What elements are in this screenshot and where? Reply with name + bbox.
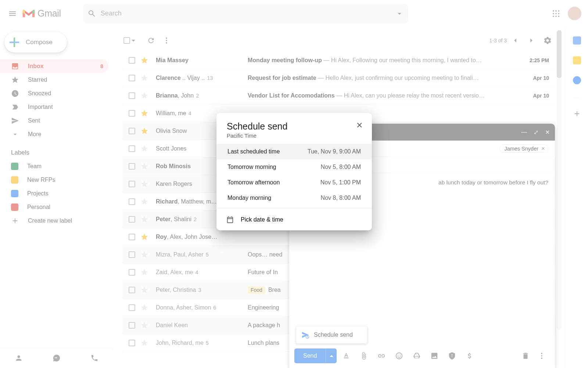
schedule-option[interactable]: Tomorrow morningNov 5, 8:00 AM	[216, 159, 372, 175]
nav-snoozed[interactable]: Snoozed	[0, 86, 108, 100]
more-button[interactable]	[159, 32, 174, 49]
star-icon[interactable]	[140, 233, 148, 241]
email-checkbox[interactable]	[129, 322, 135, 329]
email-checkbox[interactable]	[129, 287, 135, 293]
svg-point-14	[400, 355, 401, 355]
label-new-rfps[interactable]: New RFPs	[0, 173, 108, 187]
refresh-button[interactable]	[143, 32, 159, 49]
star-icon[interactable]	[140, 74, 148, 82]
star-icon[interactable]	[140, 92, 148, 100]
email-checkbox[interactable]	[129, 181, 135, 187]
tasks-icon[interactable]	[573, 76, 581, 84]
emoji-icon[interactable]	[391, 348, 407, 364]
next-page-button[interactable]	[524, 32, 539, 49]
email-checkbox[interactable]	[129, 269, 135, 276]
star-icon[interactable]	[140, 162, 148, 170]
star-icon[interactable]	[140, 109, 148, 117]
compose-more-icon[interactable]	[534, 348, 550, 364]
email-checkbox[interactable]	[129, 57, 135, 64]
label-team[interactable]: Team	[0, 159, 108, 173]
minimize-icon[interactable]: —	[521, 129, 527, 136]
email-checkbox[interactable]	[129, 304, 135, 311]
star-icon[interactable]	[140, 145, 148, 153]
link-icon[interactable]	[373, 348, 390, 364]
label-projects[interactable]: Projects	[0, 187, 108, 200]
email-row[interactable]: Brianna, John 2Vendor List for Accomodat…	[122, 87, 556, 105]
email-row[interactable]: Clarence .. Vijay .. 13Request for job e…	[122, 69, 556, 87]
drive-icon[interactable]	[409, 348, 425, 364]
confidential-icon[interactable]	[444, 348, 460, 364]
calendar-icon[interactable]	[573, 36, 581, 45]
nav-important[interactable]: Important	[0, 100, 108, 114]
schedule-option[interactable]: Tomorrow afternoonNov 5, 1:00 PM	[216, 175, 372, 190]
nav-more[interactable]: More	[0, 127, 108, 141]
close-icon[interactable]: ✕	[545, 129, 550, 136]
svg-point-4	[555, 13, 557, 14]
star-icon[interactable]	[140, 127, 148, 135]
apps-button[interactable]	[547, 5, 565, 22]
select-all-checkbox[interactable]	[123, 37, 130, 44]
email-checkbox[interactable]	[129, 198, 135, 205]
email-checkbox[interactable]	[129, 234, 135, 240]
email-checkbox[interactable]	[129, 340, 135, 346]
star-icon[interactable]	[140, 251, 148, 259]
email-checkbox[interactable]	[129, 145, 135, 152]
divider	[573, 98, 581, 98]
money-icon[interactable]	[462, 348, 478, 364]
attach-icon[interactable]	[356, 348, 372, 364]
scrollbar[interactable]	[557, 30, 562, 330]
label-personal[interactable]: Personal	[0, 200, 108, 214]
star-icon[interactable]	[140, 56, 148, 64]
pick-date-time-button[interactable]: Pick date & time	[216, 210, 372, 230]
email-checkbox[interactable]	[129, 216, 135, 223]
search-input[interactable]	[101, 10, 395, 17]
star-icon[interactable]	[140, 304, 148, 312]
star-icon[interactable]	[140, 339, 148, 347]
keep-icon[interactable]	[573, 56, 581, 64]
contacts-icon[interactable]	[0, 348, 38, 368]
image-icon[interactable]	[426, 348, 442, 364]
schedule-send-label: Schedule send	[314, 332, 353, 338]
phone-icon[interactable]	[75, 348, 113, 368]
gmail-logo[interactable]: Gmail	[22, 8, 61, 19]
add-apps-button[interactable]	[573, 110, 581, 118]
account-avatar[interactable]	[568, 7, 581, 20]
star-icon[interactable]	[140, 321, 148, 329]
nav-inbox[interactable]: Inbox8	[0, 59, 108, 73]
prev-page-button[interactable]	[508, 32, 523, 49]
email-checkbox[interactable]	[129, 128, 135, 134]
fullscreen-icon[interactable]: ⤢	[534, 129, 538, 136]
hangouts-icon[interactable]	[38, 348, 76, 368]
remove-chip-icon[interactable]: ×	[541, 145, 545, 152]
settings-button[interactable]	[540, 32, 555, 49]
select-dropdown-icon[interactable]	[132, 40, 135, 42]
schedule-option[interactable]: Last scheduled timeTue, Nov 9, 9:00 AM	[216, 144, 372, 159]
star-icon[interactable]	[140, 268, 148, 276]
email-checkbox[interactable]	[129, 251, 135, 258]
star-icon[interactable]	[140, 215, 148, 223]
compose-button[interactable]: Compose	[4, 32, 67, 53]
delete-draft-icon[interactable]	[517, 348, 534, 364]
schedule-option[interactable]: Monday morningNov 8, 8:00 AM	[216, 190, 372, 206]
recipient-chip[interactable]: James Snyder×	[499, 144, 548, 153]
dialog-close-button[interactable]: ✕	[354, 120, 365, 131]
email-checkbox[interactable]	[129, 163, 135, 170]
star-icon[interactable]	[140, 180, 148, 188]
search-bar[interactable]	[83, 4, 408, 24]
nav-sent[interactable]: Sent	[0, 114, 108, 127]
send-dropdown-button[interactable]	[326, 348, 337, 363]
create-label-button[interactable]: Create new label	[0, 214, 108, 227]
nav-starred[interactable]: Starred	[0, 73, 108, 86]
email-checkbox[interactable]	[129, 92, 135, 99]
email-from: Peter, Christina 3	[156, 287, 248, 293]
schedule-send-popover[interactable]: Schedule send	[296, 326, 368, 344]
star-icon[interactable]	[140, 198, 148, 206]
email-checkbox[interactable]	[129, 75, 135, 81]
menu-button[interactable]	[4, 5, 21, 22]
email-row[interactable]: Mia MasseyMonday meeting follow-up — Hi …	[122, 52, 556, 69]
search-dropdown-icon[interactable]	[395, 9, 404, 18]
email-checkbox[interactable]	[129, 110, 135, 117]
format-icon[interactable]	[338, 348, 354, 364]
star-icon[interactable]	[140, 286, 148, 294]
send-button[interactable]: Send	[294, 348, 326, 363]
